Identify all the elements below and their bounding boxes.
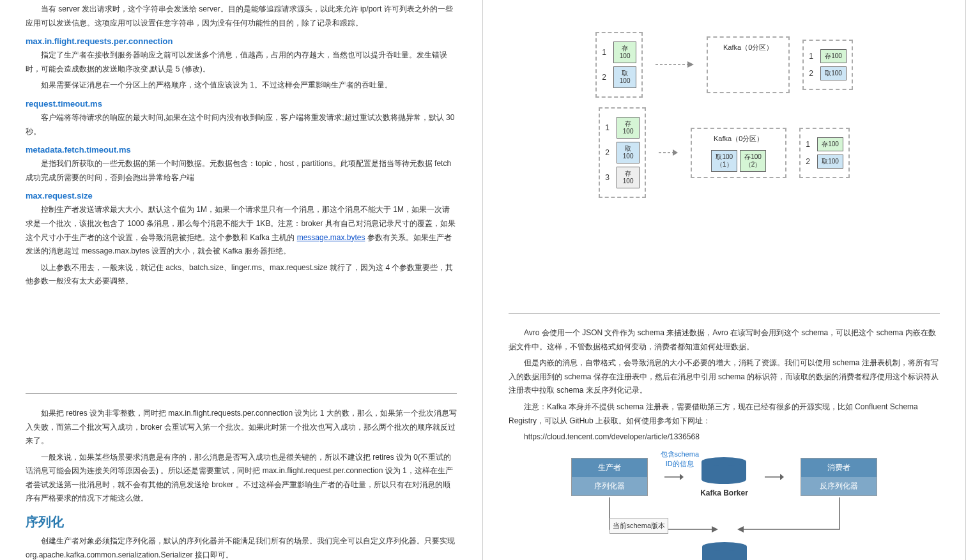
section-heading: max.in.flight.requests.per.connection [26,36,457,46]
para: 如果把 retires 设为非零整数，同时把 max.in.flight.req… [26,407,457,448]
para: 一般来说，如果某些场景要求消息是有序的，那么消息是否写入成功也是很关键的，所以不… [26,451,457,506]
kafka-box-2: Kafka（0分区） 取100（1） 存100（2） [691,128,786,178]
svg-marker-9 [737,526,744,533]
svg-marker-7 [780,474,784,480]
label: 消费者 [801,458,877,477]
target-box: 1存100 2取100 [802,40,853,90]
cell: 存100 [820,49,847,63]
para: 以上参数不用去，一般来说，就记住 acks、batch.size、linger.… [26,261,457,289]
arrow-icon [659,145,678,161]
cell: 存100 [617,167,640,188]
kafka-box: Kafka（0分区） [707,36,790,93]
para: 客户端将等待请求的响应的最大时间,如果在这个时间内没有收到响应，客户端将重发请求… [26,111,457,139]
kafka-broker-icon: Kafka Borker [700,457,748,497]
right-page: 1存100 2取100 Kafka（0分区） 1存100 2取100 1存100… [483,0,966,560]
section-heading: request.timeout.ms [26,99,457,109]
cell: 取100 [820,66,847,80]
kafka-title: Kafka（0分区） [697,134,780,144]
arrow-icon [656,57,694,73]
source-box-2: 1存100 2取100 3存100 [599,107,646,198]
cell: 取100 [613,66,636,88]
target-box-2: 1存100 2取100 [799,128,850,178]
label: 生产者 [572,458,647,477]
source-box: 1存100 2取100 [595,32,643,98]
heading-serialization: 序列化 [26,513,457,531]
label: Kafka Borker [700,488,748,497]
para: Avro 会使用一个 JSON 文件作为 schema 来描述数据，Avro 在… [509,326,940,354]
cell: 存100 [617,117,640,139]
para: 是指我们所获取的一些元数据的第一个时间数据。元数据包含：topic，host，p… [26,157,457,185]
para: 创建生产者对象必须指定序列化器，默认的序列化器并不能满足我们所有的场景。我们完全… [26,534,457,560]
kafka-title: Kafka（0分区） [713,43,783,52]
annotation: 当前schema版本 [610,518,669,534]
consumer-box: 消费者 反序列化器 [801,458,877,496]
cell: 取100（1） [711,150,737,172]
left-page: 当有 server 发出请求时，这个字符串会发送给 server。目的是能够追踪… [0,0,483,560]
cell: 存100（2） [740,150,766,172]
cell: 存100 [613,42,636,63]
cell: 取100 [817,155,843,169]
svg-marker-1 [687,61,694,68]
schema-registry-icon: Schema 注册表 [686,542,763,560]
url-text: https://cloud.tencent.com/developer/arti… [509,430,940,444]
cell: 取100 [617,142,640,163]
para: 指定了生产者在接收到服务器响应之前可以发送多个消息，值越高，占用的内存越大，当然… [26,49,457,76]
para: 当有 server 发出请求时，这个字符串会发送给 server。目的是能够追踪… [26,3,457,30]
divider [509,313,940,314]
cell: 存100 [817,137,843,151]
para: 如果需要保证消息在一个分区上的严格顺序，这个值应该设为 1。不过这样会严重影响生… [26,79,457,93]
section-heading: metadata.fetch.timeout.ms [26,145,457,155]
para: 注意：Kafka 本身并不提供 schema 注册表，需要借助第三方，现在已经有… [509,400,940,428]
divider [26,393,457,394]
para: 但是内嵌的消息，自带格式，会导致消息的大小不必要的增大，消耗了资源。我们可以使用… [509,356,940,398]
svg-marker-3 [673,149,678,156]
arrow-icon [765,471,784,483]
svg-marker-8 [712,526,718,533]
schema-pipeline-diagram: 包含schemaID的信息 生产者 序列化器 Kafka Borker 消费者 … [571,457,878,560]
arrow-icon [664,471,684,483]
label: 反序列化器 [801,477,877,496]
producer-box: 生产者 序列化器 [571,458,648,496]
section-heading: max.request.size [26,191,457,201]
annotation: 包含schemaID的信息 [661,450,700,469]
link-message-max-bytes[interactable]: message.max.bytes [297,233,365,242]
para: 控制生产者发送请求最大大小。默认这个值为 1M，如果一个请求里只有一个消息，那这… [26,203,457,258]
svg-marker-5 [680,474,684,480]
label: 序列化器 [572,477,647,496]
kafka-diagram-top: 1存100 2取100 Kafka（0分区） 1存100 2取100 1存100… [509,32,940,198]
